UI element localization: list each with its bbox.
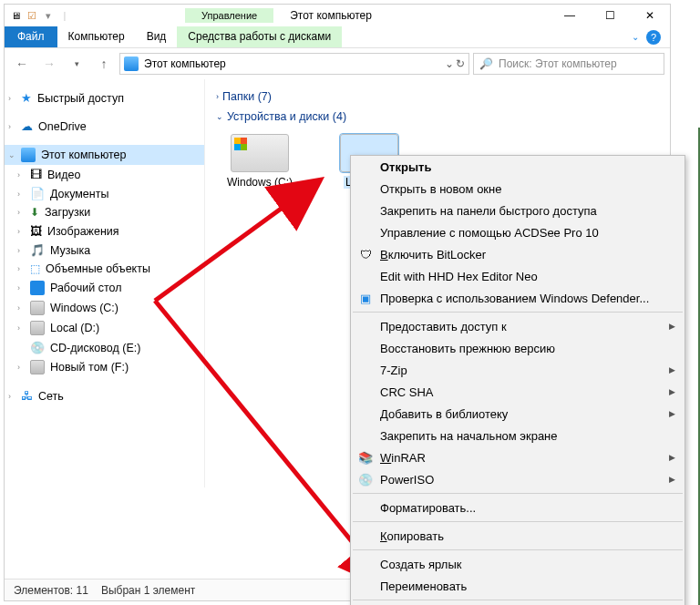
- cm-pin-start[interactable]: Закрепить на начальном экране: [351, 425, 685, 446]
- ribbon-file-tab[interactable]: Файл: [5, 26, 57, 47]
- sidebar-item-label: Сеть: [38, 390, 64, 403]
- help-icon[interactable]: ?: [646, 30, 661, 45]
- poweriso-icon: 💿: [358, 472, 373, 487]
- recent-dropdown-icon[interactable]: ▾: [65, 52, 88, 76]
- chevron-down-icon[interactable]: ⌄: [216, 112, 223, 121]
- cm-add-library[interactable]: Добавить в библиотеку: [351, 403, 685, 425]
- sidebar-item-label: Документы: [50, 188, 108, 200]
- sidebar-this-pc[interactable]: ⌄ Этот компьютер: [5, 145, 204, 165]
- sidebar-item-label: Объемные объекты: [46, 262, 150, 275]
- search-placeholder: Поиск: Этот компьютер: [499, 57, 617, 70]
- sidebar-item-label: Загрузки: [45, 206, 90, 219]
- chevron-down-icon[interactable]: ⌄: [8, 150, 15, 159]
- sidebar-item-label: Изображения: [47, 225, 119, 238]
- cm-label: Восстановить прежнюю версию: [380, 342, 555, 355]
- sidebar-item-label: Видео: [47, 169, 81, 181]
- star-icon: ★: [21, 91, 32, 105]
- close-button[interactable]: ✕: [630, 5, 670, 26]
- ribbon-tab-computer[interactable]: Компьютер: [57, 26, 136, 47]
- cm-hex-editor[interactable]: Edit with HHD Hex Editor Neo: [351, 265, 685, 287]
- chevron-right-icon[interactable]: ›: [8, 122, 11, 131]
- cm-pin-quick-access[interactable]: Закрепить на панели быстрого доступа: [351, 200, 685, 221]
- refresh-icon[interactable]: ↻: [456, 57, 465, 70]
- sidebar-quick-access[interactable]: › ★ Быстрый доступ: [5, 88, 204, 108]
- titlebar: 🖥 ☑ ▾ | Управление Этот компьютер — ☐ ✕: [5, 5, 670, 26]
- cm-separator: [353, 493, 683, 494]
- ribbon-tab-drive-tools[interactable]: Средства работы с дисками: [177, 26, 342, 47]
- cm-copy[interactable]: Копировать: [351, 525, 685, 547]
- cm-share[interactable]: Предоставить доступ к: [351, 315, 685, 337]
- window-title: Этот компьютер: [290, 9, 372, 22]
- minimize-button[interactable]: —: [550, 5, 590, 26]
- cm-poweriso[interactable]: 💿PowerISO: [351, 468, 685, 490]
- svg-line-0: [155, 182, 317, 301]
- 3d-icon: [30, 262, 40, 275]
- address-text: Этот компьютер: [144, 57, 226, 70]
- pictures-icon: [30, 224, 42, 238]
- pc-icon: [21, 148, 36, 162]
- cm-crc-sha[interactable]: CRC SHA: [351, 381, 685, 403]
- ribbon-expand-icon[interactable]: ⌄: [632, 32, 639, 42]
- cm-separator: [353, 600, 683, 600]
- cm-winrar[interactable]: 📚WinRAR: [351, 446, 685, 468]
- cm-label: Открыть в новом окне: [380, 182, 501, 196]
- drive-icon: [30, 301, 45, 315]
- defender-icon: ▣: [358, 291, 373, 305]
- cm-label: 7-Zip: [380, 364, 407, 377]
- up-button[interactable]: ↑: [92, 52, 116, 76]
- cm-rename[interactable]: Переименовать: [351, 575, 685, 597]
- shield-icon: 🛡: [358, 247, 373, 261]
- desktop-icon: [30, 281, 45, 295]
- cm-acdsee[interactable]: Управление с помощью ACDSee Pro 10: [351, 221, 685, 243]
- cm-bitlocker[interactable]: 🛡Включить BitLocker: [351, 243, 685, 265]
- sidebar-onedrive[interactable]: › ☁ OneDrive: [5, 117, 204, 136]
- cm-create-shortcut[interactable]: Создать ярлык: [351, 553, 685, 575]
- cm-label: Переименовать: [380, 579, 467, 593]
- cm-format[interactable]: Форматировать...: [351, 497, 685, 518]
- drive-icon: [30, 360, 45, 374]
- sidebar-item-label: Быстрый доступ: [37, 92, 124, 105]
- cm-label: Копировать: [380, 529, 444, 543]
- status-count: Элементов: 11: [14, 584, 88, 597]
- checkbox-icon[interactable]: ☑: [25, 8, 39, 23]
- context-menu: Открыть Открыть в новом окне Закрепить н…: [350, 155, 685, 605]
- cd-icon: [30, 341, 45, 354]
- cm-label: Открыть: [380, 160, 431, 174]
- cm-open-new-window[interactable]: Открыть в новом окне: [351, 178, 685, 200]
- cm-label: Форматировать...: [380, 501, 476, 515]
- drive-icon: [231, 134, 289, 172]
- sidebar-item-label: Новый том (F:): [50, 361, 129, 374]
- video-icon: [30, 168, 42, 181]
- chevron-down-icon[interactable]: ⌄: [445, 57, 454, 70]
- nav-row: ← → ▾ ↑ Этот компьютер ⌄ ↻ 🔍 Поиск: Этот…: [5, 48, 670, 79]
- chevron-right-icon[interactable]: ›: [8, 94, 11, 103]
- winrar-icon: 📚: [358, 450, 373, 465]
- window-controls: — ☐ ✕: [550, 5, 670, 26]
- group-drives[interactable]: ⌄ Устройства и диски (4): [216, 107, 659, 127]
- quick-access-toolbar: 🖥 ☑ ▾ |: [5, 8, 76, 23]
- drive-icon: [30, 321, 45, 335]
- sidebar-item-label: CD-дисковод (E:): [50, 342, 140, 354]
- sidebar-item-label: Этот компьютер: [41, 149, 126, 161]
- cm-label: Управление с помощью ACDSee Pro 10: [380, 226, 599, 240]
- cm-open[interactable]: Открыть: [351, 156, 685, 178]
- address-dropdown[interactable]: ⌄ ↻: [445, 57, 465, 70]
- cm-restore-version[interactable]: Восстановить прежнюю версию: [351, 337, 685, 359]
- download-icon: [30, 206, 39, 219]
- forward-button[interactable]: →: [37, 52, 61, 76]
- ribbon-tab-view[interactable]: Вид: [136, 26, 178, 47]
- maximize-button[interactable]: ☐: [590, 5, 630, 26]
- back-button[interactable]: ←: [10, 52, 34, 76]
- cm-label: Создать ярлык: [380, 558, 461, 571]
- search-box[interactable]: 🔍 Поиск: Этот компьютер: [473, 53, 664, 75]
- chevron-right-icon[interactable]: ›: [216, 92, 219, 101]
- ribbon: Файл Компьютер Вид Средства работы с дис…: [5, 26, 670, 48]
- cm-separator: [353, 312, 683, 313]
- group-folders[interactable]: › Папки (7): [216, 87, 659, 107]
- cm-7zip[interactable]: 7-Zip: [351, 359, 685, 381]
- cm-label: PowerISO: [380, 473, 434, 487]
- qat-overflow-icon[interactable]: ▾: [41, 8, 56, 23]
- address-bar[interactable]: Этот компьютер ⌄ ↻: [119, 53, 469, 75]
- cm-label: Закрепить на начальном экране: [380, 429, 558, 443]
- cm-defender[interactable]: ▣Проверка с использованием Windows Defen…: [351, 287, 685, 309]
